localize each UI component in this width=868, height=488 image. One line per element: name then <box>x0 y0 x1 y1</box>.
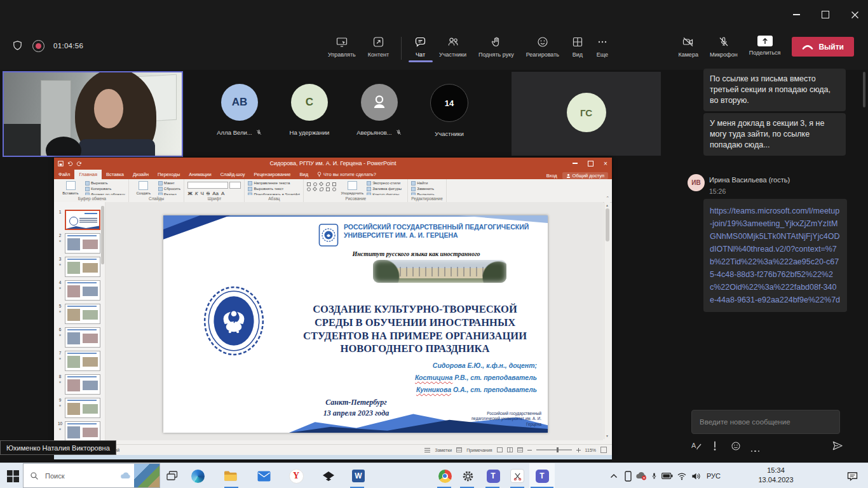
ribbon-big-button[interactable]: Упорядочить <box>341 180 363 195</box>
toolbar-raise-hand-button[interactable]: Поднять руку <box>478 36 514 58</box>
slide-thumbnail-9[interactable]: 9★ <box>57 398 100 418</box>
taskbar-app-file-explorer[interactable] <box>223 468 238 484</box>
tab-animations[interactable]: Анимации <box>184 170 215 179</box>
participant-tile[interactable]: С На удержании <box>273 84 346 136</box>
tab-file[interactable]: Файл <box>54 170 74 179</box>
font-style-button[interactable]: Ч <box>200 191 203 195</box>
ribbon-item[interactable]: Найти <box>411 181 435 186</box>
participant-tile[interactable]: АВ Алла Вели... <box>203 84 276 136</box>
ribbon-item[interactable]: Направление текста <box>248 181 300 186</box>
microphone-tray-icon[interactable] <box>649 463 659 488</box>
font-name-box[interactable] <box>187 182 228 189</box>
slide-thumbnail-7[interactable]: 7★ <box>57 351 100 371</box>
search-input[interactable] <box>44 471 120 480</box>
tab-home[interactable]: Главная <box>74 170 102 179</box>
zoom-in-icon[interactable] <box>576 448 581 452</box>
taskbar-app-snipping-tool[interactable] <box>510 468 525 484</box>
quick-access-toolbar[interactable] <box>54 161 83 166</box>
collapse-ribbon-icon[interactable]: ⌃ <box>606 196 609 201</box>
taskbar-clock[interactable]: 15:34 13.04.2023 <box>757 466 794 485</box>
sign-in-link[interactable]: Вход <box>546 173 557 179</box>
battery-tray-icon[interactable] <box>660 463 674 488</box>
toolbar-manage-button[interactable]: Управлять <box>328 36 356 58</box>
ppt-minimize-button[interactable] <box>571 159 579 167</box>
font-style-button[interactable]: К <box>195 191 198 195</box>
ribbon-item[interactable]: Макет <box>158 181 181 186</box>
slide-thumbnail-2[interactable]: 2★ <box>57 233 100 254</box>
slide-scrollbar[interactable]: ▲▼ <box>604 202 610 439</box>
zoom-slider[interactable] <box>536 449 572 451</box>
tell-me-box[interactable]: Что вы хотите сделать? <box>313 170 381 179</box>
phone-link-tray-icon[interactable] <box>622 463 634 488</box>
toolbar-chat-button[interactable]: Чат <box>414 36 427 58</box>
participant-tile[interactable]: Аверьянов... <box>342 84 416 136</box>
notes-toggle[interactable]: Заметки <box>435 448 452 452</box>
ppt-restore-button[interactable] <box>587 159 594 167</box>
toolbar-react-button[interactable]: Реагировать <box>526 36 559 58</box>
emoji-button[interactable] <box>731 441 741 451</box>
taskbar-app-yandex-browser[interactable]: Y <box>288 468 304 484</box>
ribbon-item[interactable]: Заливка фигуры <box>367 187 404 191</box>
comments-toggle[interactable]: Примечания <box>466 448 492 452</box>
taskbar-app-teams-meeting-active[interactable]: T <box>529 463 555 488</box>
camera-toggle-button[interactable]: Камера <box>678 36 698 58</box>
ribbon-item[interactable]: Вырезать <box>85 181 125 186</box>
share-screen-button[interactable]: Поделиться <box>749 36 781 56</box>
chat-scrollbar[interactable] <box>863 72 865 107</box>
action-center-button[interactable] <box>844 463 860 488</box>
slide-thumbnail-8[interactable]: 8★ <box>57 374 100 395</box>
toolbar-more-button[interactable]: Еще <box>596 36 609 58</box>
chat-input[interactable] <box>691 410 840 434</box>
toolbar-content-button[interactable]: Контент <box>368 36 389 58</box>
hidden-icons-button[interactable] <box>608 463 620 488</box>
slide-thumbnail-3[interactable]: 3★ <box>57 257 100 277</box>
language-indicator[interactable]: РУС <box>704 463 723 488</box>
ribbon-big-button[interactable]: Вставить <box>59 180 82 195</box>
tab-insert[interactable]: Вставка <box>102 170 128 179</box>
toolbar-participants-button[interactable]: Участники <box>439 36 466 58</box>
task-view-button[interactable] <box>165 468 180 484</box>
ppt-close-button[interactable]: × <box>602 159 609 167</box>
send-message-button[interactable] <box>831 440 844 452</box>
slide-thumbnail-6[interactable]: 6★ <box>57 327 100 348</box>
slide-thumbnail-1[interactable]: 1 <box>57 210 100 230</box>
ribbon-item[interactable]: Экспресс-стили <box>367 181 404 186</box>
taskbar-search[interactable] <box>23 463 160 488</box>
taskbar-app-word[interactable]: W <box>351 468 366 484</box>
tab-slideshow[interactable]: Слайд-шоу <box>216 170 250 179</box>
more-options-button[interactable] <box>750 445 761 456</box>
font-style-button[interactable]: А <box>221 191 224 195</box>
speaker-video-tile[interactable] <box>3 71 183 157</box>
taskbar-app-chrome[interactable] <box>437 468 452 484</box>
wifi-tray-icon[interactable] <box>675 463 688 488</box>
taskbar-app-settings[interactable] <box>460 468 475 484</box>
taskbar-app-edge[interactable] <box>190 468 205 484</box>
thumbnail-scrollbar[interactable] <box>101 206 104 264</box>
leave-meeting-button[interactable]: Выйти <box>792 37 854 57</box>
tab-transitions[interactable]: Переходы <box>153 170 184 179</box>
taskbar-app-teams[interactable]: T <box>485 468 501 484</box>
taskbar-app-mail[interactable] <box>256 468 271 484</box>
start-button[interactable] <box>5 468 20 484</box>
tab-review[interactable]: Рецензирование <box>250 170 295 179</box>
fit-slide-icon[interactable] <box>600 447 607 453</box>
slide-thumbnail-5[interactable]: 5★ <box>57 304 100 324</box>
font-style-button[interactable]: Аа <box>212 191 219 195</box>
font-size-box[interactable] <box>229 182 241 189</box>
slide-thumbnail-10[interactable]: 10★ <box>57 421 100 440</box>
priority-button[interactable] <box>713 441 717 451</box>
meeting-link[interactable]: https://teams.microsoft.com/l/meetup-joi… <box>710 207 840 304</box>
zoom-out-icon[interactable] <box>527 448 532 452</box>
reading-view-icon[interactable] <box>517 447 523 452</box>
mic-toggle-button[interactable]: Микрофон <box>710 36 738 58</box>
slide-thumbnail-4[interactable]: 4★ <box>57 280 100 301</box>
tab-view[interactable]: Вид <box>295 170 313 179</box>
onedrive-tray-icon[interactable] <box>635 463 648 488</box>
toolbar-view-button[interactable]: Вид <box>571 36 584 58</box>
window-maximize-button[interactable] <box>820 9 831 20</box>
ribbon-item[interactable]: Выровнять текст <box>248 187 300 191</box>
slide-sorter-view-icon[interactable] <box>507 447 513 452</box>
font-style-button[interactable]: Ж <box>187 191 192 195</box>
volume-tray-icon[interactable] <box>689 463 702 488</box>
ppt-share-button[interactable]: Общий доступ <box>562 172 608 179</box>
